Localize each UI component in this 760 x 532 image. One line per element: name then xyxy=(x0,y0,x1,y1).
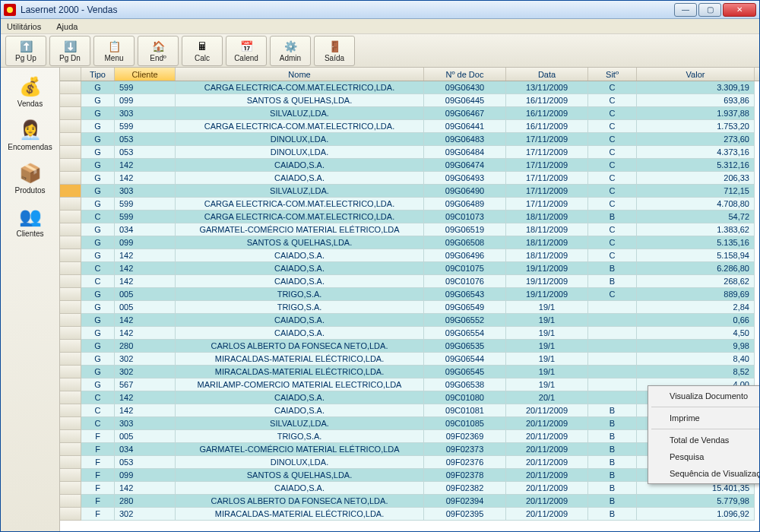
sidebar-item-produtos[interactable]: 📦Produtos xyxy=(5,157,56,201)
cm-sequencia[interactable]: Sequência de Visualização▶ xyxy=(650,465,759,482)
cell-sit: B xyxy=(588,469,637,482)
titlebar[interactable]: Lasernet 2000 - Vendas — ▢ ✕ xyxy=(1,1,759,19)
table-row[interactable]: G303SILVALUZ,LDA.09G0649017/11/2009C712,… xyxy=(60,185,759,198)
cell-sit xyxy=(588,340,637,353)
table-row[interactable]: G142CAIADO,S.A.09G0649317/11/2009C206,33 xyxy=(60,172,759,185)
cell-data: 20/11/2009 xyxy=(506,508,588,521)
table-row[interactable]: G599CARGA ELECTRICA-COM.MAT.ELECTRICO,LD… xyxy=(60,198,759,211)
row-marker xyxy=(60,94,81,107)
toolbar-endº[interactable]: 🏠Endº xyxy=(138,36,179,66)
table-row[interactable]: G280CARLOS ALBERTO DA FONSECA NETO,LDA.0… xyxy=(60,340,759,353)
toolbar-pg-up[interactable]: ⬆️Pg Up xyxy=(5,36,46,66)
cell-sit: C xyxy=(588,107,637,120)
sidebar-item-vendas[interactable]: 💰Vendas xyxy=(5,71,56,114)
col-header-sit[interactable]: Sitº xyxy=(588,68,637,81)
cell-tipo: G xyxy=(81,353,115,366)
toolbar-calend[interactable]: 📅Calend xyxy=(226,36,267,66)
toolbar-calc[interactable]: 🖩Calc xyxy=(182,36,223,66)
table-row[interactable]: F280CARLOS ALBERTO DA FONSECA NETO,LDA.0… xyxy=(60,495,759,508)
row-marker xyxy=(60,120,81,133)
cell-valor: 1.096,92 xyxy=(637,508,755,521)
col-header-cliente[interactable]: Cliente xyxy=(115,68,176,81)
toolbar-menu[interactable]: 📋Menu xyxy=(93,36,135,66)
col-marker[interactable] xyxy=(60,68,81,81)
col-header-nome[interactable]: Nome xyxy=(176,68,424,81)
cell-data: 17/11/2009 xyxy=(506,198,588,211)
cell-sit: B xyxy=(588,482,637,495)
cell-tipo: F xyxy=(81,495,115,508)
table-row[interactable]: G099SANTOS & QUELHAS,LDA.09G0650818/11/2… xyxy=(60,236,759,249)
cell-ndoc: 09G06483 xyxy=(424,133,506,146)
table-row[interactable]: G005TRIGO,S.A.09G0654319/11/2009C889,69 xyxy=(60,288,759,301)
toolbar-admin[interactable]: ⚙️Admin xyxy=(270,36,311,66)
table-row[interactable]: G053DINOLUX,LDA.09G0648417/11/2009C4.373… xyxy=(60,146,759,159)
cell-ndoc: 09G06445 xyxy=(424,94,506,107)
col-header-valor[interactable]: Valor xyxy=(637,68,755,81)
sidebar-item-clientes[interactable]: 👥Clientes xyxy=(5,201,56,244)
cell-tipo: G xyxy=(81,94,115,107)
table-row[interactable]: C599CARGA ELECTRICA-COM.MAT.ELECTRICO,LD… xyxy=(60,211,759,223)
cell-tipo: G xyxy=(81,172,115,185)
cm-pesquisa[interactable]: Pesquisa▶ xyxy=(650,448,759,465)
table-row[interactable]: G142CAIADO,S.A.09G0655419/14,50 xyxy=(60,327,759,340)
row-marker xyxy=(60,172,81,185)
cell-ndoc: 09F02382 xyxy=(424,482,506,495)
col-header-data[interactable]: Data xyxy=(506,68,588,81)
table-row[interactable]: G599CARGA ELECTRICA-COM.MAT.ELECTRICO,LD… xyxy=(60,120,759,133)
toolbar-saída[interactable]: 🚪Saída xyxy=(314,36,355,66)
cell-nome: SANTOS & QUELHAS,LDA. xyxy=(176,94,424,107)
sidebar-item-encomendas[interactable]: 👩‍💼Encomendas xyxy=(5,114,56,157)
table-row[interactable]: G599CARGA ELECTRICA-COM.MAT.ELECTRICO,LD… xyxy=(60,81,759,94)
cell-ndoc: 09F02394 xyxy=(424,495,506,508)
row-marker xyxy=(60,211,81,223)
col-header-ndoc[interactable]: Nº de Doc xyxy=(424,68,506,81)
table-row[interactable]: G303SILVALUZ,LDA.09G0646716/11/2009C1.93… xyxy=(60,107,759,120)
cell-sit: B xyxy=(588,443,637,456)
table-row[interactable]: G053DINOLUX,LDA.09G0648317/11/2009C273,6… xyxy=(60,133,759,146)
cell-cliente: 142 xyxy=(115,159,176,172)
table-row[interactable]: G099SANTOS & QUELHAS,LDA.09G0644516/11/2… xyxy=(60,94,759,107)
col-header-tipo[interactable]: Tipo xyxy=(81,68,115,81)
toolbar-label: Pg Dn xyxy=(59,54,81,62)
cell-ndoc: 09F02378 xyxy=(424,469,506,482)
cm-imprime[interactable]: Imprime▶ xyxy=(650,410,759,426)
cm-visualiza-documento[interactable]: Visualiza Documento xyxy=(650,388,759,404)
cell-valor: 1.937,88 xyxy=(637,107,755,120)
close-button[interactable]: ✕ xyxy=(723,3,756,17)
table-row[interactable]: G034GARMATEL-COMÉRCIO MATERIAL ELÉTRICO,… xyxy=(60,223,759,236)
table-row[interactable]: G142CAIADO,S.A.09G0647417/11/2009C5.312,… xyxy=(60,159,759,172)
cm-total-vendas[interactable]: Total de Vendas xyxy=(650,432,759,448)
cell-nome: SILVALUZ,LDA. xyxy=(176,185,424,198)
toolbar-label: Calc xyxy=(195,54,210,62)
table-row[interactable]: G142CAIADO,S.A.09G0655219/10,66 xyxy=(60,314,759,327)
table-row[interactable]: G142CAIADO,S.A.09G0649618/11/2009C5.158,… xyxy=(60,249,759,262)
toolbar-label: Admin xyxy=(280,54,301,62)
minimize-button[interactable]: — xyxy=(674,3,697,17)
menu-ajuda[interactable]: Ajuda xyxy=(53,21,81,33)
cell-nome: CARLOS ALBERTO DA FONSECA NETO,LDA. xyxy=(176,495,424,508)
menu-utilitarios[interactable]: Utilitários xyxy=(4,21,44,33)
cell-nome: CARGA ELECTRICA-COM.MAT.ELECTRICO,LDA. xyxy=(176,198,424,211)
cell-sit xyxy=(588,314,637,327)
cell-cliente: 567 xyxy=(115,378,176,391)
cell-sit: C xyxy=(588,288,637,301)
maximize-button[interactable]: ▢ xyxy=(698,3,721,17)
cell-sit: B xyxy=(588,495,637,508)
table-row[interactable]: G005TRIGO,S.A.09G0654919/12,84 xyxy=(60,301,759,314)
cell-data: 19/11/2009 xyxy=(506,288,588,301)
toolbar-pg-dn[interactable]: ⬇️Pg Dn xyxy=(49,36,90,66)
table-row[interactable]: G302MIRACALDAS-MATERIAL ELÉCTRICO,LDA.09… xyxy=(60,366,759,378)
table-row[interactable]: C142CAIADO,S.A.09C0107619/11/2009B268,62 xyxy=(60,275,759,288)
table-row[interactable]: F302MIRACALDAS-MATERIAL ELÉCTRICO,LDA.09… xyxy=(60,508,759,521)
data-grid[interactable]: Tipo Cliente Nome Nº de Doc Data Sitº Va… xyxy=(60,68,759,531)
cell-ndoc: 09C01073 xyxy=(424,211,506,223)
cell-cliente: 053 xyxy=(115,146,176,159)
cell-ndoc: 09G06474 xyxy=(424,159,506,172)
cell-valor: 268,62 xyxy=(637,275,755,288)
table-row[interactable]: C142CAIADO,S.A.09C0107519/11/2009B6.286,… xyxy=(60,262,759,275)
cell-cliente: 303 xyxy=(115,185,176,198)
cell-sit: C xyxy=(588,223,637,236)
table-row[interactable]: G302MIRACALDAS-MATERIAL ELÉCTRICO,LDA.09… xyxy=(60,353,759,366)
cell-valor: 8,40 xyxy=(637,353,755,366)
cell-nome: TRIGO,S.A. xyxy=(176,430,424,443)
